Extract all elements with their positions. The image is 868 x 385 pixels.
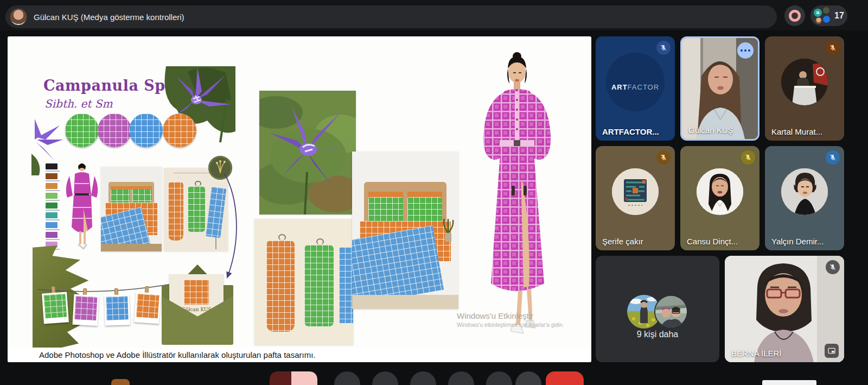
participant-name: ARTFACTOR... bbox=[602, 127, 659, 136]
picture-in-picture-button[interactable] bbox=[825, 344, 839, 358]
artfactor-logo-light: FACTOR bbox=[628, 83, 660, 91]
pattern-circle-orange bbox=[163, 113, 196, 147]
watermark-title: Windows'u Etkinleştir bbox=[457, 311, 564, 320]
envelope-with-card: Gülcan KUŞ bbox=[159, 264, 235, 345]
presenter-avatar bbox=[10, 8, 27, 26]
participant-tile-gulcan[interactable]: Gülcan KUŞ bbox=[680, 36, 760, 141]
mic-muted-icon bbox=[826, 150, 840, 165]
bedding-photo-small bbox=[101, 167, 162, 251]
windows-activation-watermark: Windows'u Etkinleştir Windows'u etkinleş… bbox=[457, 311, 564, 328]
participant-name: Gülcan KUŞ bbox=[688, 125, 733, 135]
mic-muted-icon bbox=[826, 260, 840, 274]
pattern-circle-purple bbox=[98, 113, 131, 147]
recording-indicator[interactable] bbox=[784, 5, 805, 26]
kartal-avatar bbox=[781, 59, 828, 105]
watermark-subtitle: Windows'u etkinleştirmek için Ayarlar'a … bbox=[457, 322, 564, 328]
mic-toggle-button[interactable] bbox=[270, 371, 317, 385]
reaction-emoji-button[interactable] bbox=[111, 379, 130, 385]
participant-count: 17 bbox=[834, 11, 844, 21]
fashion-sketch-small bbox=[62, 162, 101, 251]
participant-name: Şerife çakır bbox=[602, 237, 643, 246]
participant-name: Yalçın Demir... bbox=[771, 237, 824, 246]
more-options-button[interactable] bbox=[737, 42, 754, 59]
artfactor-logo-bold: ART bbox=[611, 83, 628, 91]
presenter-label: Gülcan KUŞ (Medya gösterme kontrolleri) bbox=[34, 12, 184, 22]
mic-muted-icon bbox=[656, 41, 671, 55]
overflow-count-label: 9 kişi daha bbox=[596, 330, 719, 339]
participant-tile-serife[interactable]: Şerife çakır bbox=[596, 146, 675, 250]
overflow-avatar-2 bbox=[654, 295, 688, 329]
garments-photo-large bbox=[254, 219, 353, 345]
serife-avatar bbox=[612, 168, 659, 215]
mic-muted-icon bbox=[826, 41, 840, 55]
slide-subtitle: Sibth. et Sm bbox=[44, 97, 112, 110]
fashion-sketch-large bbox=[466, 50, 568, 349]
mini-avatar-b: B bbox=[814, 9, 822, 17]
color-swatch-column bbox=[46, 163, 60, 251]
participant-tile-berna[interactable]: BERNA İLERİ bbox=[725, 256, 844, 362]
slide-caption: Adobe Photoshop ve Adobe İllüstratör kul… bbox=[39, 350, 315, 359]
captions-button[interactable] bbox=[372, 371, 398, 385]
camera-toggle-button[interactable] bbox=[334, 371, 360, 385]
participant-tile-artfactor[interactable]: ARTFACTOR ARTFACTOR... bbox=[596, 36, 675, 141]
mic-muted-icon bbox=[741, 150, 755, 165]
hand-raise-button[interactable] bbox=[486, 371, 512, 385]
participant-tile-yalcin[interactable]: Yalçın Demir... bbox=[765, 146, 844, 250]
end-call-button[interactable] bbox=[546, 371, 584, 385]
overflow-participants-tile[interactable]: 9 kişi daha bbox=[596, 256, 719, 362]
present-button[interactable] bbox=[448, 371, 474, 385]
participants-count-button[interactable]: B 17 bbox=[810, 5, 847, 26]
pattern-circle-green bbox=[65, 113, 99, 147]
participant-name: Kartal Murat... bbox=[771, 127, 822, 136]
mini-avatar-4 bbox=[823, 16, 830, 23]
participants-avatar-cluster: B bbox=[814, 7, 831, 24]
mini-avatar-2 bbox=[823, 7, 829, 14]
participant-tile-cansu[interactable]: Cansu Dinçt... bbox=[680, 146, 760, 250]
participant-name: Cansu Dinçt... bbox=[687, 237, 738, 246]
flower-photo bbox=[259, 91, 356, 214]
cansu-avatar bbox=[697, 168, 743, 215]
emoji-button[interactable] bbox=[410, 371, 436, 385]
presenter-pill[interactable]: Gülcan KUŞ (Medya gösterme kontrolleri) bbox=[5, 5, 777, 28]
participant-tile-kartal[interactable]: Kartal Murat... bbox=[765, 36, 844, 141]
bedding-photo-large bbox=[352, 152, 458, 309]
shared-screen-presentation: Campanula Spatulata Sibth. et Sm bbox=[8, 36, 591, 362]
mini-avatar-3 bbox=[815, 17, 822, 24]
slide-caption-bar: Adobe Photoshop ve Adobe İllüstratör kul… bbox=[8, 348, 591, 362]
top-bar: Gülcan KUŞ (Medya gösterme kontrolleri) … bbox=[0, 0, 868, 30]
participant-name: BERNA İLERİ bbox=[731, 349, 782, 358]
pattern-circle-blue bbox=[129, 113, 163, 147]
mic-muted-icon bbox=[656, 150, 671, 165]
more-options-control[interactable] bbox=[515, 371, 541, 385]
tooltip-popup bbox=[762, 380, 816, 385]
yalcin-avatar bbox=[781, 168, 828, 215]
recording-ring-icon bbox=[789, 10, 801, 22]
